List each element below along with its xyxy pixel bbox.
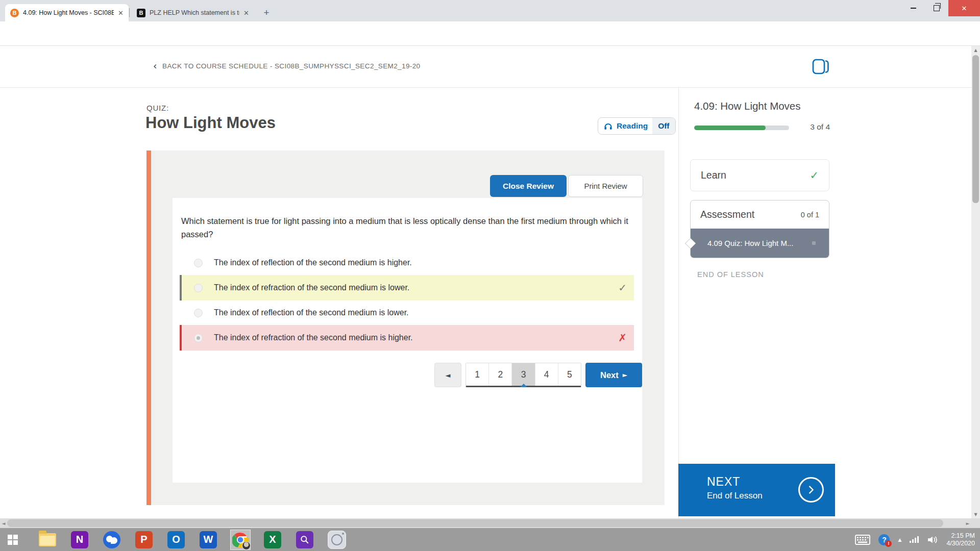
- show-hidden-icons-caret[interactable]: ▲: [898, 537, 901, 542]
- incorrect-x-icon: ✗: [618, 332, 627, 344]
- assessment-count: 0 of 1: [801, 211, 819, 219]
- answer-text: The index of reflection of the second me…: [214, 258, 412, 267]
- taskbar-chrome-active[interactable]: [230, 530, 251, 550]
- taskbar-chat-app[interactable]: [102, 530, 122, 550]
- sidebar-item-quiz-active[interactable]: 4.09 Quiz: How Light M...: [691, 229, 829, 258]
- quiz-item-label: 4.09 Quiz: How Light M...: [707, 239, 793, 247]
- answer-option-correct[interactable]: The index of refraction of the second me…: [180, 275, 634, 300]
- pagination-next-button[interactable]: Next ►: [585, 363, 642, 387]
- system-tray: ?! ▲ 2:15 PM 4/30/2020: [855, 532, 980, 547]
- page-button-4[interactable]: 4: [535, 363, 558, 386]
- quiz-kicker: QUIZ:: [146, 104, 169, 112]
- scroll-left-arrow[interactable]: ◄: [0, 518, 7, 528]
- panel-toggle-icon: [811, 58, 831, 76]
- lesson-progress-bar: [694, 126, 789, 130]
- pagination-prev-button[interactable]: ◄: [434, 363, 461, 387]
- reading-toggle[interactable]: Reading Off: [598, 117, 676, 135]
- chevron-left-icon: ‹: [153, 61, 157, 71]
- scroll-down-arrow[interactable]: ▼: [971, 510, 980, 518]
- sidebar-item-learn[interactable]: Learn ✓: [690, 159, 829, 191]
- answer-text: The index of refraction of the second me…: [214, 283, 409, 292]
- network-signal-icon[interactable]: [910, 536, 919, 543]
- learn-label: Learn: [701, 169, 726, 181]
- restore-button[interactable]: [925, 0, 948, 16]
- print-review-button[interactable]: Print Review: [568, 175, 643, 197]
- brightspace-favicon-icon: B: [10, 9, 19, 17]
- chevron-right-circle-icon: [798, 477, 824, 503]
- scrollbar-corner: [971, 518, 980, 528]
- scroll-right-arrow[interactable]: ►: [964, 518, 971, 528]
- assessment-header[interactable]: Assessment 0 of 1: [691, 201, 829, 229]
- page-button-1[interactable]: 1: [466, 363, 489, 386]
- scroll-up-arrow[interactable]: ▲: [971, 46, 980, 54]
- vertical-scroll-thumb[interactable]: [972, 55, 979, 203]
- clock-date: 4/30/2020: [946, 540, 975, 547]
- new-tab-button[interactable]: +: [259, 6, 274, 20]
- taskbar-outlook[interactable]: O: [166, 530, 186, 550]
- taskbar-word[interactable]: W: [198, 530, 218, 550]
- question-text: Which statement is true for light passin…: [181, 214, 630, 241]
- window-controls: ✕: [901, 0, 980, 16]
- radio-button[interactable]: [194, 309, 203, 317]
- chat-app-icon: [103, 531, 120, 548]
- sidebar-divider: [678, 88, 679, 527]
- toggle-sidebar-button[interactable]: [811, 58, 831, 76]
- taskbar-search-app[interactable]: [295, 530, 315, 550]
- browser-tab-current[interactable]: B 4.09: How Light Moves - SCI08B_ ✕: [5, 4, 129, 21]
- sidebar-section-assessment: Assessment 0 of 1 4.09 Quiz: How Light M…: [690, 200, 829, 258]
- page-button-2[interactable]: 2: [489, 363, 512, 386]
- tab-separator: [129, 8, 130, 17]
- arrow-right-icon: ►: [623, 371, 627, 379]
- tab-close-icon[interactable]: ✕: [243, 9, 249, 17]
- taskbar-file-explorer[interactable]: [37, 530, 58, 550]
- touch-keyboard-icon[interactable]: [855, 535, 870, 545]
- horizontal-scrollbar[interactable]: ◄ ►: [0, 518, 971, 528]
- taskbar-onenote[interactable]: N: [69, 530, 90, 550]
- browser-tab-background[interactable]: B PLZ HELP Which statement is tru ✕: [132, 4, 254, 21]
- taskbar-excel[interactable]: X: [262, 530, 283, 550]
- pagination: 1 2 3 4 5: [465, 363, 581, 387]
- start-button[interactable]: [0, 528, 26, 551]
- browser-toolbar: ← → learning.k12.com/d2l/le/sequenceView…: [0, 21, 980, 46]
- answer-option[interactable]: The index of reflection of the second me…: [180, 253, 634, 273]
- tab-title: 4.09: How Light Moves - SCI08B_: [23, 9, 114, 16]
- radio-button[interactable]: [194, 334, 203, 342]
- quiz-title: How Light Moves: [145, 114, 276, 132]
- page-content: ‹ BACK TO COURSE SCHEDULE - SCI08B_SUMPH…: [0, 46, 980, 528]
- next-label: Next: [600, 370, 619, 380]
- vertical-scrollbar[interactable]: ▲ ▼: [971, 46, 980, 518]
- close-window-button[interactable]: ✕: [948, 0, 980, 16]
- file-explorer-icon: [39, 533, 56, 546]
- lesson-progress-label: 3 of 4: [796, 122, 830, 132]
- minimize-icon: [911, 8, 916, 9]
- answer-option-incorrect[interactable]: The index of refraction of the second me…: [180, 325, 634, 350]
- headphones-icon: [603, 121, 613, 131]
- tab-close-icon[interactable]: ✕: [118, 9, 124, 17]
- radio-button[interactable]: [194, 284, 203, 292]
- assessment-label: Assessment: [700, 209, 754, 220]
- radio-button[interactable]: [194, 259, 203, 267]
- page-button-5[interactable]: 5: [558, 363, 581, 386]
- taskbar-powerpoint[interactable]: P: [134, 530, 154, 550]
- end-of-lesson-label: END OF LESSON: [697, 270, 764, 279]
- minimize-button[interactable]: [901, 0, 925, 16]
- alert-badge: !: [885, 540, 892, 547]
- complete-check-icon: ✓: [810, 169, 819, 182]
- volume-icon[interactable]: [927, 535, 938, 544]
- next-end-of-lesson-button[interactable]: NEXT End of Lesson: [678, 464, 835, 516]
- item-status-icon: [812, 241, 816, 245]
- horizontal-scroll-thumb[interactable]: [7, 519, 943, 527]
- correct-check-icon: ✓: [618, 282, 627, 294]
- page-button-3-active[interactable]: 3: [512, 363, 535, 386]
- help-notification-icon[interactable]: ?!: [878, 534, 890, 545]
- tab-title: PLZ HELP Which statement is tru: [150, 9, 239, 16]
- reading-state: Off: [652, 118, 675, 134]
- taskbar-clock[interactable]: 2:15 PM 4/30/2020: [946, 532, 975, 547]
- current-item-notch: [685, 238, 696, 248]
- sidebar-lesson-title: 4.09: How Light Moves: [694, 100, 801, 112]
- back-to-course-link[interactable]: ‹ BACK TO COURSE SCHEDULE - SCI08B_SUMPH…: [153, 61, 421, 71]
- answer-option[interactable]: The index of reflection of the second me…: [180, 303, 634, 323]
- close-review-button[interactable]: Close Review: [490, 175, 567, 197]
- outlook-icon: O: [167, 531, 185, 548]
- taskbar-camera-app[interactable]: [327, 530, 347, 550]
